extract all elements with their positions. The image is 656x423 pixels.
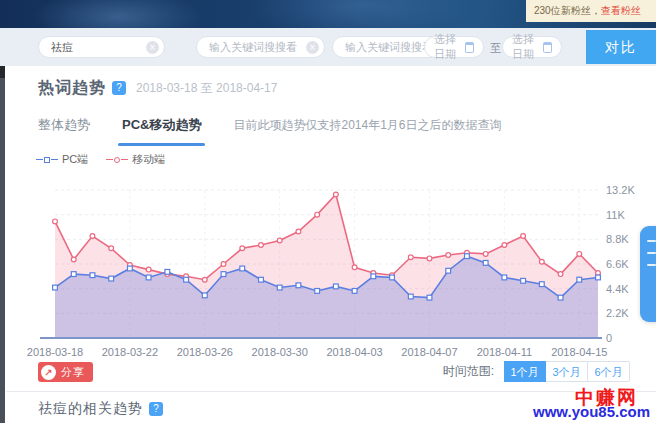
app-window: 230位新粉丝，查看粉丝 × × × 选择日期 至 选择日期 对比 热词趋势 ?: [0, 0, 656, 423]
svg-text:2018-03-18: 2018-03-18: [27, 346, 83, 358]
legend-circle-marker-icon: [114, 157, 120, 163]
svg-text:11K: 11K: [606, 209, 625, 221]
time-range-group: 时间范围: 1个月 3个月 6个月: [443, 361, 630, 382]
filter-bar: × × × 选择日期 至 选择日期 对比: [0, 28, 656, 66]
share-button[interactable]: ↗ 分享: [38, 362, 93, 382]
fans-notice: 230位新粉丝，查看粉丝: [526, 0, 656, 22]
tabs-note: 目前此项趋势仅支持2014年1月6日之后的数据查询: [233, 117, 501, 140]
tabs: 整体趋势 PC&移动趋势 目前此项趋势仅支持2014年1月6日之后的数据查询: [38, 116, 502, 140]
help-icon[interactable]: ?: [149, 402, 163, 416]
legend-line: [51, 159, 58, 160]
legend-square-marker-icon: [44, 157, 50, 163]
tab-pc-mobile-trend[interactable]: PC&移动趋势: [122, 116, 201, 140]
date-start-placeholder: 选择日期: [434, 32, 465, 62]
legend-item-pc[interactable]: PC端: [36, 152, 88, 167]
top-banner: 230位新粉丝，查看粉丝: [0, 0, 656, 28]
fans-notice-link[interactable]: 查看粉丝: [601, 5, 641, 16]
legend-line: [106, 159, 113, 160]
calendar-icon: [465, 42, 474, 53]
watermark-site-url: www.you85.com: [533, 403, 650, 420]
legend-label: 移动端: [132, 152, 165, 167]
floating-widget[interactable]: [640, 226, 656, 322]
keyword-field-2[interactable]: ×: [196, 36, 325, 58]
svg-text:8.8K: 8.8K: [606, 233, 629, 245]
clear-icon[interactable]: ×: [146, 41, 159, 54]
legend-label: PC端: [62, 152, 88, 167]
time-range-3m-button[interactable]: 3个月: [546, 361, 588, 382]
time-range-label: 时间范围:: [443, 363, 494, 380]
svg-text:4.4K: 4.4K: [606, 283, 629, 295]
svg-text:0: 0: [606, 332, 612, 344]
related-section-header: 祛痘的相关趋势 ?: [38, 400, 163, 418]
related-title: 祛痘的相关趋势: [38, 400, 143, 418]
header-date-range: 2018-03-18 至 2018-04-17: [136, 80, 277, 97]
calendar-icon: [543, 42, 552, 53]
header: 热词趋势 ? 2018-03-18 至 2018-04-17: [38, 78, 277, 98]
trend-chart-svg: 02.2K4.4K6.6K8.8K11K13.2K2018-03-182018-…: [0, 178, 656, 378]
help-icon[interactable]: ?: [112, 81, 126, 95]
keyword-field-1[interactable]: ×: [38, 36, 165, 58]
legend-item-mobile[interactable]: 移动端: [106, 152, 165, 167]
svg-text:2.2K: 2.2K: [606, 307, 629, 319]
page-title: 热词趋势: [38, 78, 106, 99]
trend-chart: 02.2K4.4K6.6K8.8K11K13.2K2018-03-182018-…: [0, 178, 656, 378]
svg-text:2018-03-22: 2018-03-22: [102, 346, 158, 358]
svg-text:2018-04-07: 2018-04-07: [401, 346, 457, 358]
svg-text:2018-04-03: 2018-04-03: [326, 346, 382, 358]
date-end-placeholder: 选择日期: [512, 32, 543, 62]
date-start-field[interactable]: 选择日期: [424, 36, 484, 58]
svg-text:6.6K: 6.6K: [606, 258, 629, 270]
clear-icon[interactable]: ×: [306, 41, 319, 54]
legend-line: [36, 159, 43, 160]
date-separator: 至: [490, 41, 501, 56]
time-range-6m-button[interactable]: 6个月: [588, 361, 630, 382]
share-icon: ↗: [41, 365, 56, 380]
section-divider: [6, 391, 656, 392]
svg-text:2018-03-30: 2018-03-30: [252, 346, 308, 358]
legend-line: [121, 159, 128, 160]
share-label: 分享: [61, 365, 85, 380]
svg-text:13.2K: 13.2K: [606, 184, 635, 196]
fans-notice-text: 230位新粉丝，: [534, 5, 601, 16]
compare-button[interactable]: 对比: [586, 30, 656, 64]
svg-text:2018-04-15: 2018-04-15: [551, 346, 607, 358]
chart-legend: PC端 移动端: [36, 152, 165, 167]
date-end-field[interactable]: 选择日期: [502, 36, 562, 58]
svg-text:2018-03-26: 2018-03-26: [177, 346, 233, 358]
time-range-1m-button[interactable]: 1个月: [504, 361, 546, 382]
tab-overall-trend[interactable]: 整体趋势: [38, 116, 90, 140]
svg-text:2018-04-11: 2018-04-11: [477, 346, 532, 358]
left-edge-strip-cap: [0, 66, 5, 78]
keyword-input-2[interactable]: [197, 37, 324, 57]
